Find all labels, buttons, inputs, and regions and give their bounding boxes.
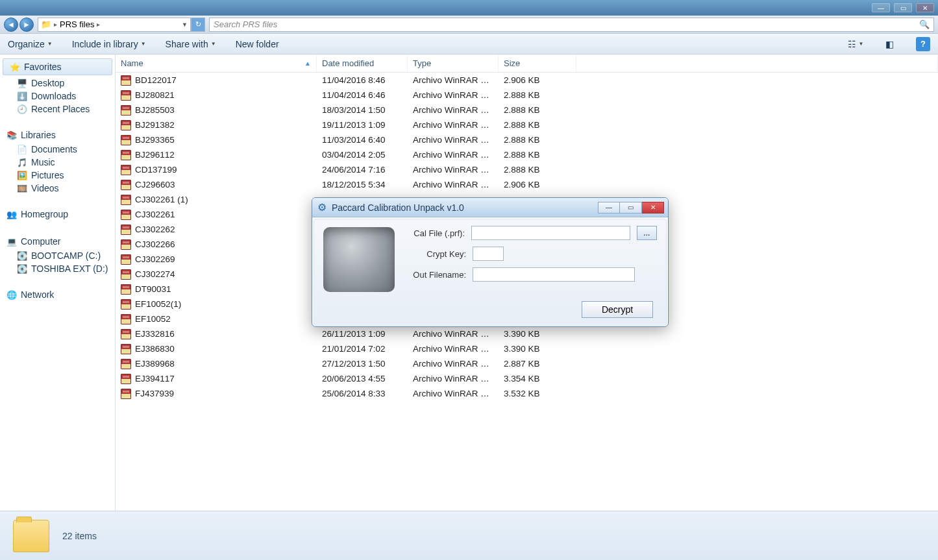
- sidebar-item-documents[interactable]: 📄Documents: [0, 143, 115, 156]
- preview-pane-button[interactable]: ◧: [882, 37, 896, 51]
- file-row[interactable]: FJ43793925/06/2014 8:33Archivo WinRAR ZI…: [116, 386, 938, 401]
- window-close-button[interactable]: ✕: [916, 3, 934, 12]
- help-button[interactable]: ?: [916, 37, 930, 51]
- file-row[interactable]: BJ28550318/03/2014 1:50Archivo WinRAR ZI…: [116, 103, 938, 117]
- dialog-body: Cal File (.prf): ... Crypt Key: Out File…: [314, 219, 667, 327]
- file-row[interactable]: CJ29660318/12/2015 5:34Archivo WinRAR ZI…: [116, 177, 938, 192]
- file-type: Archivo WinRAR ZIP: [408, 165, 499, 175]
- status-item-count: 22 items: [62, 531, 97, 541]
- browse-button[interactable]: ...: [637, 226, 657, 240]
- sidebar-favorites-header[interactable]: ⭐ Favorites: [3, 58, 112, 75]
- sidebar-item-desktop[interactable]: 🖥️Desktop: [0, 77, 115, 90]
- file-row[interactable]: EJ38996827/12/2013 1:50Archivo WinRAR ZI…: [116, 356, 938, 371]
- dialog-titlebar[interactable]: ⚙ Paccard Calibration Unpack v1.0 — ▭ ✕: [312, 198, 668, 217]
- file-row[interactable]: BD12201711/04/2016 8:46Archivo WinRAR ZI…: [116, 73, 938, 88]
- nav-back-button[interactable]: ◄: [4, 18, 18, 32]
- sidebar-item-label: Downloads: [31, 91, 76, 101]
- file-row[interactable]: BJ29611203/04/2014 2:05Archivo WinRAR ZI…: [116, 147, 938, 162]
- file-row[interactable]: EJ39411720/06/2013 4:55Archivo WinRAR ZI…: [116, 371, 938, 386]
- share-with-menu[interactable]: Share with ▼: [166, 39, 216, 49]
- organize-label: Organize: [8, 39, 45, 49]
- decrypt-button[interactable]: Decrypt: [582, 301, 653, 318]
- search-icon: 🔍: [919, 19, 930, 29]
- file-row[interactable]: EJ33281626/11/2013 1:09Archivo WinRAR ZI…: [116, 326, 938, 341]
- file-row[interactable]: EJ38683021/01/2014 7:02Archivo WinRAR ZI…: [116, 341, 938, 356]
- view-options-button[interactable]: ☷ ▼: [848, 37, 863, 51]
- organize-menu[interactable]: Organize ▼: [8, 39, 53, 49]
- refresh-button[interactable]: ↻: [191, 18, 205, 32]
- file-name: EJ332816: [135, 329, 175, 339]
- file-row[interactable]: BJ28082111/04/2014 6:46Archivo WinRAR ZI…: [116, 88, 938, 103]
- archive-icon: [121, 180, 131, 190]
- breadcrumb-folder[interactable]: PRS files: [60, 19, 94, 29]
- new-folder-label: New folder: [236, 39, 279, 49]
- sidebar-homegroup[interactable]: 👥Homegroup: [0, 206, 115, 222]
- sidebar-item-videos[interactable]: 🎞️Videos: [0, 182, 115, 195]
- file-row[interactable]: BJ29336511/03/2014 6:40Archivo WinRAR ZI…: [116, 132, 938, 147]
- include-in-library-menu[interactable]: Include in library ▼: [72, 39, 146, 49]
- file-name: BJ293365: [135, 135, 175, 145]
- file-size: 2.888 KB: [499, 150, 576, 160]
- sidebar-item-pictures[interactable]: 🖼️Pictures: [0, 169, 115, 182]
- sidebar-computer[interactable]: 💻Computer: [0, 234, 115, 249]
- search-input[interactable]: Search PRS files 🔍: [209, 18, 934, 32]
- file-row[interactable]: BJ29138219/11/2013 1:09Archivo WinRAR ZI…: [116, 117, 938, 132]
- out-filename-label: Out Filename:: [408, 270, 466, 280]
- column-date[interactable]: Date modified: [317, 55, 408, 72]
- sidebar-item-recent[interactable]: 🕘Recent Places: [0, 103, 115, 116]
- sidebar-libraries-header[interactable]: 📚Libraries: [0, 127, 115, 143]
- column-type-label: Type: [413, 58, 431, 68]
- file-size: 2.888 KB: [499, 120, 576, 130]
- window-maximize-button[interactable]: ▭: [894, 3, 912, 12]
- gear-icon: ⚙: [316, 202, 328, 213]
- chevron-down-icon: ▼: [211, 41, 216, 47]
- column-size[interactable]: Size: [499, 55, 576, 72]
- archive-icon: [121, 374, 131, 384]
- computer-icon: 💻: [6, 236, 17, 247]
- nav-forward-button[interactable]: ►: [19, 18, 34, 32]
- file-row[interactable]: CD13719924/06/2014 7:16Archivo WinRAR ZI…: [116, 162, 938, 177]
- dialog-close-button[interactable]: ✕: [642, 202, 664, 213]
- cal-file-input[interactable]: [471, 226, 630, 240]
- archive-icon: [121, 389, 131, 399]
- sidebar-item-label: BOOTCAMP (C:): [31, 250, 101, 261]
- archive-icon: [121, 105, 131, 116]
- file-type: Archivo WinRAR ZIP: [408, 359, 499, 369]
- sidebar-item-downloads[interactable]: ⬇️Downloads: [0, 90, 115, 103]
- downloads-icon: ⬇️: [17, 91, 27, 101]
- archive-icon: [121, 329, 131, 339]
- file-type: Archivo WinRAR ZIP: [408, 150, 499, 160]
- file-name: CJ302261: [135, 210, 175, 219]
- new-folder-button[interactable]: New folder: [236, 39, 279, 49]
- archive-icon: [121, 344, 131, 354]
- out-filename-input[interactable]: [473, 267, 635, 282]
- breadcrumb[interactable]: 📁 ▸ PRS files ▸ ▼: [38, 18, 191, 32]
- file-name: CD137199: [135, 165, 177, 175]
- dialog-maximize-button[interactable]: ▭: [620, 202, 642, 213]
- window-minimize-button[interactable]: —: [872, 3, 890, 12]
- folder-icon: [13, 520, 49, 552]
- sidebar-drive-d[interactable]: 💽TOSHIBA EXT (D:): [0, 262, 115, 275]
- sidebar-drive-c[interactable]: 💽BOOTCAMP (C:): [0, 249, 115, 262]
- sidebar-computer-label: Computer: [21, 236, 60, 247]
- file-date: 11/04/2014 6:46: [317, 90, 408, 100]
- column-type[interactable]: Type: [408, 55, 499, 72]
- archive-icon: [121, 120, 131, 130]
- sidebar-network[interactable]: 🌐Network: [0, 287, 115, 302]
- file-date: 27/12/2013 1:50: [317, 359, 408, 369]
- chevron-down-icon: ▼: [47, 41, 53, 47]
- dialog-minimize-button[interactable]: —: [598, 202, 620, 213]
- breadcrumb-dropdown-icon[interactable]: ▼: [182, 21, 188, 28]
- file-size: 2.888 KB: [499, 105, 576, 115]
- sidebar-item-label: TOSHIBA EXT (D:): [31, 263, 108, 274]
- crypt-key-input[interactable]: [473, 247, 504, 261]
- file-name: EF10052(1): [135, 299, 181, 309]
- cal-file-label: Cal File (.prf):: [408, 228, 465, 238]
- column-name[interactable]: Name▲: [116, 55, 317, 72]
- documents-icon: 📄: [17, 144, 27, 154]
- archive-icon: [121, 135, 131, 145]
- status-bar: 22 items: [0, 511, 938, 560]
- sidebar-item-music[interactable]: 🎵Music: [0, 156, 115, 169]
- file-name: CJ302262: [135, 225, 175, 234]
- file-type: Archivo WinRAR ZIP: [408, 120, 499, 130]
